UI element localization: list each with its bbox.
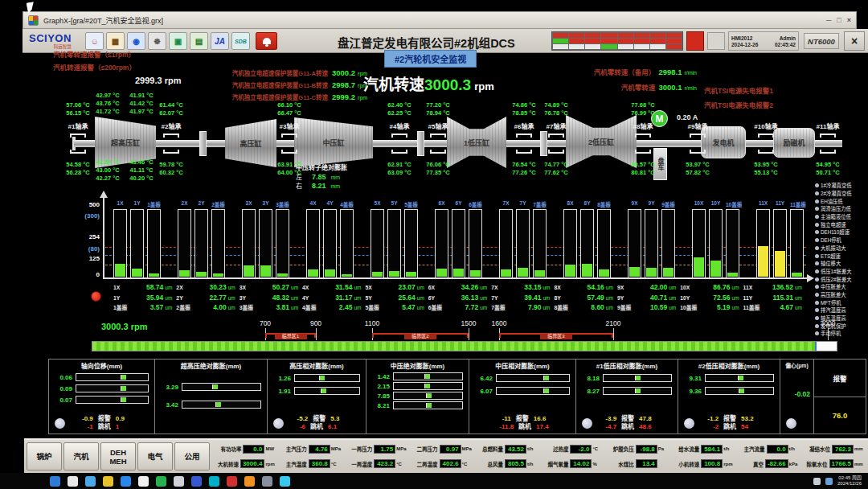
clock-date: 2024/12/26 bbox=[837, 481, 862, 487]
trip-high: 48.6 bbox=[639, 423, 652, 430]
alarm-name: 润滑油压力低 bbox=[821, 205, 851, 212]
panel-limits: -3.9报警47.8-4.7跳机48.6 bbox=[584, 415, 673, 431]
taskbar-icons bbox=[50, 476, 290, 487]
gauge-row: 8.18 bbox=[580, 372, 672, 384]
process-value-cell: 凝结水位762.3mm bbox=[802, 442, 866, 457]
alarm-list-item: 润滑油压力低 bbox=[815, 205, 868, 213]
gauge-rows: 6.426.07 bbox=[469, 370, 575, 397]
gauge-marker bbox=[426, 403, 432, 408]
expansion-panel: 中压绝对膨胀(mm)1.422.157.858.21 bbox=[366, 360, 469, 434]
process-unit: MW bbox=[265, 446, 277, 451]
alarm-status-dot bbox=[815, 277, 819, 281]
gauge-rows: 9.319.36 bbox=[678, 370, 780, 397]
process-unit: mm bbox=[854, 446, 866, 451]
status-indicator bbox=[786, 418, 796, 429]
process-value: 423.2 bbox=[374, 459, 395, 468]
ramp-tick-label: 1100 bbox=[359, 319, 385, 327]
nav-button[interactable]: 电气 bbox=[137, 442, 173, 471]
process-value-cell: 烟气氧量14.02% bbox=[540, 457, 604, 472]
process-unit: °C bbox=[331, 462, 343, 466]
gauge-value: 1.91 bbox=[272, 388, 291, 395]
trip-limits: -1跳机1 bbox=[57, 423, 149, 431]
gauge-marker bbox=[121, 386, 126, 391]
ramp-speed-value: 3000.3 rpm bbox=[101, 322, 147, 331]
gauge-rows: 8.188.27 bbox=[576, 370, 678, 397]
process-value: 360.8 bbox=[309, 459, 330, 468]
alarm-list-item: 中压胀差大 bbox=[815, 283, 868, 291]
alarm-status-dot bbox=[815, 301, 819, 305]
panel-limits: -0.9报警0.9-1跳机1 bbox=[57, 415, 149, 431]
browser-icon[interactable] bbox=[121, 476, 131, 487]
tray-icon[interactable] bbox=[825, 478, 833, 485]
nav-button[interactable]: DEH MEH bbox=[100, 442, 136, 471]
app-icon-9[interactable] bbox=[280, 476, 290, 487]
task-view-icon[interactable] bbox=[85, 476, 96, 487]
dcs-screen: GraphX-[gra/#20T_汽机安全监视.grx] ─ □ × SCIYO… bbox=[0, 0, 868, 489]
app-icon-6[interactable] bbox=[227, 476, 237, 487]
panel-title: #1低压相对膨胀(mm) bbox=[576, 361, 678, 370]
gauge-marker bbox=[738, 376, 743, 380]
gauge-bar bbox=[393, 372, 463, 380]
process-unit: °C bbox=[592, 446, 604, 451]
process-label: 真空 bbox=[753, 460, 764, 468]
panel-title: #2低压相对膨胀(mm) bbox=[678, 361, 780, 370]
gauge-bar bbox=[705, 374, 774, 382]
process-value: 0.0 bbox=[243, 445, 264, 454]
alarm-limits: -0.9报警0.9 bbox=[57, 415, 149, 423]
trip-label: 跳机 bbox=[98, 423, 111, 430]
alarm-sidebar: 1#冷凝真空低2#冷凝真空低EH油压低润滑油压力低主油箱液位低独立电超速DEH1… bbox=[815, 182, 868, 338]
gauge-marker bbox=[212, 384, 218, 389]
critical-zone-label: 临界区1 bbox=[275, 334, 307, 339]
trip-label: 跳机 bbox=[310, 423, 323, 430]
process-unit: rpm bbox=[723, 462, 735, 466]
gauge-row: 9.36 bbox=[682, 384, 774, 397]
gauge-rows: 1.261.91 bbox=[268, 370, 366, 397]
process-label: 小机转速 bbox=[678, 460, 699, 468]
gauge-rows: 3.293.42 bbox=[155, 370, 267, 413]
gauge-value: 3.29 bbox=[159, 384, 178, 391]
app-icon-8[interactable] bbox=[262, 476, 272, 487]
expansion-panel: #1低压相对膨胀(mm)8.188.27-3.9报警47.8-4.7跳机48.6 bbox=[576, 360, 678, 434]
app-icon-7[interactable] bbox=[244, 476, 255, 487]
alarm-name: 轴瓦温度高 bbox=[821, 314, 845, 322]
app-icon-5[interactable] bbox=[209, 476, 219, 487]
tray-icon[interactable] bbox=[813, 478, 821, 485]
process-label: 大机转速 bbox=[218, 460, 239, 468]
ramp-tick bbox=[316, 328, 317, 340]
alarm-name: DEH110超速 bbox=[821, 228, 850, 236]
app-icon-4[interactable] bbox=[191, 476, 202, 487]
status-indicator bbox=[55, 418, 65, 429]
alarm-list-item: ETS超速 bbox=[815, 252, 868, 260]
gauge-row: 6.42 bbox=[473, 372, 570, 384]
gauge-row: 8.27 bbox=[580, 384, 672, 397]
gauge-marker bbox=[424, 374, 430, 379]
alarm-list-item: EH油压低 bbox=[815, 197, 868, 205]
alarm-name: EH油压低 bbox=[821, 198, 843, 205]
process-value-cell: 真空-82.66kPa bbox=[736, 457, 800, 472]
nav-button[interactable]: 锅炉 bbox=[27, 442, 62, 471]
start-icon[interactable] bbox=[50, 476, 60, 487]
gauge-bar bbox=[393, 382, 463, 390]
ramp-tick-label: 700 bbox=[252, 319, 278, 327]
alarm-list-item: 低压1#胀差大 bbox=[815, 268, 868, 276]
nav-button[interactable]: 公用 bbox=[174, 442, 210, 471]
taskbar-clock[interactable]: 02:45 周四 2024/12/26 bbox=[837, 475, 862, 487]
process-value: -82.66 bbox=[765, 459, 788, 468]
clock-time: 02:45 周四 bbox=[837, 475, 862, 482]
expansion-panels: 轴向位移(mm)0.060.090.07-0.9报警0.9-1跳机1超高压绝对膨… bbox=[48, 359, 866, 434]
app-icon-2[interactable] bbox=[156, 476, 166, 487]
trip-label: 跳机 bbox=[621, 423, 634, 430]
nav-button[interactable]: 汽机 bbox=[63, 442, 99, 471]
folder-icon[interactable] bbox=[103, 476, 113, 487]
search-icon[interactable] bbox=[68, 476, 78, 487]
gauge-row: 3.29 bbox=[159, 378, 261, 396]
app-icon-1[interactable] bbox=[138, 476, 149, 487]
alarm-status-dot bbox=[815, 261, 819, 265]
app-icon-3[interactable] bbox=[174, 476, 184, 487]
gauge-value: 6.42 bbox=[473, 375, 493, 382]
alarm-status-dot bbox=[815, 191, 819, 195]
gauge-marker bbox=[319, 376, 325, 380]
process-value: -98.8 bbox=[636, 445, 657, 454]
panel-limits: -5.2报警5.3-6跳机6.1 bbox=[276, 415, 361, 431]
process-unit: % bbox=[592, 462, 604, 466]
